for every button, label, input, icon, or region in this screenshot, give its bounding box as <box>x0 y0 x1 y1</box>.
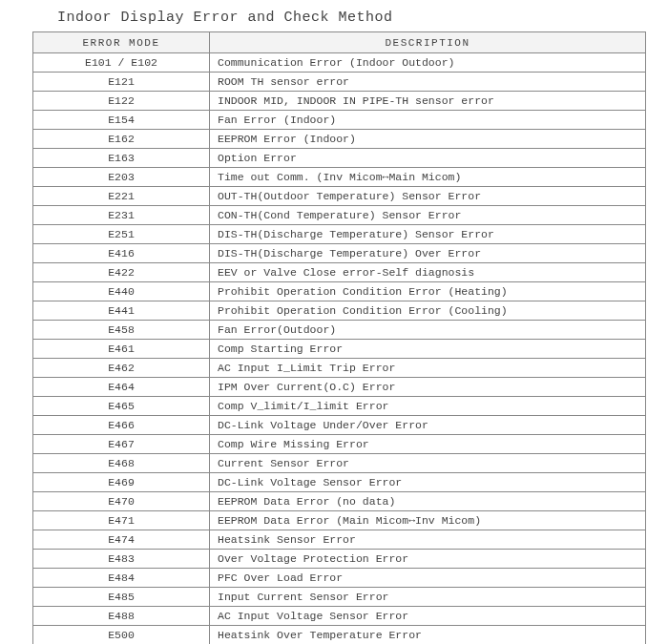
table-row: E500Heatsink Over Temperature Error <box>33 626 646 645</box>
error-code: E466 <box>33 416 210 435</box>
error-description: Option Error <box>210 149 646 168</box>
error-code: E441 <box>33 301 210 321</box>
error-description: Fan Error(Outdoor) <box>210 321 646 340</box>
error-description: DIS-TH(Discharge Temperature) Sensor Err… <box>210 225 646 244</box>
error-code: E231 <box>33 206 210 225</box>
table-row: E101 / E102Communication Error (Indoor O… <box>33 53 646 73</box>
error-code: E162 <box>33 130 210 149</box>
table-row: E162EEPROM Error (Indoor) <box>33 130 646 149</box>
table-row: E467Comp Wire Missing Error <box>33 435 646 454</box>
table-row: E122INDOOR MID, INDOOR IN PIPE-TH sensor… <box>33 92 646 111</box>
table-row: E422EEV or Valve Close error-Self diagno… <box>33 263 646 282</box>
table-row: E474Heatsink Sensor Error <box>33 530 646 550</box>
error-description: Heatsink Over Temperature Error <box>210 626 646 645</box>
table-row: E441Prohibit Operation Condition Error (… <box>33 301 646 321</box>
error-description: DIS-TH(Discharge Temperature) Over Error <box>210 244 646 263</box>
table-row: E203Time out Comm. (Inv Micom↔Main Micom… <box>33 168 646 187</box>
error-description: EEPROM Data Error (no data) <box>210 492 646 511</box>
error-code: E122 <box>33 92 210 111</box>
table-row: E464IPM Over Current(O.C) Error <box>33 378 646 397</box>
error-code: E471 <box>33 511 210 530</box>
error-description: PFC Over Load Error <box>210 569 646 588</box>
error-description: Comp V_limit/I_limit Error <box>210 397 646 416</box>
error-description: Current Sensor Error <box>210 454 646 473</box>
error-description: Fan Error (Indoor) <box>210 111 646 130</box>
error-code: E485 <box>33 588 210 607</box>
error-code: E469 <box>33 473 210 492</box>
table-row: E484PFC Over Load Error <box>33 569 646 588</box>
table-row: E416DIS-TH(Discharge Temperature) Over E… <box>33 244 646 263</box>
error-description: EEPROM Error (Indoor) <box>210 130 646 149</box>
error-code: E467 <box>33 435 210 454</box>
error-code: E221 <box>33 187 210 206</box>
error-code: E163 <box>33 149 210 168</box>
error-description: DC-Link Voltage Sensor Error <box>210 473 646 492</box>
table-header-row: ERROR MODE DESCRIPTION <box>33 32 646 53</box>
header-description: DESCRIPTION <box>210 32 646 53</box>
error-description: Communication Error (Indoor Outdoor) <box>210 53 646 73</box>
error-code: E464 <box>33 378 210 397</box>
error-code: E484 <box>33 569 210 588</box>
error-description: Comp Starting Error <box>210 340 646 359</box>
error-description: Comp Wire Missing Error <box>210 435 646 454</box>
table-row: E488AC Input Voltage Sensor Error <box>33 607 646 626</box>
error-table: ERROR MODE DESCRIPTION E101 / E102Commun… <box>32 31 646 644</box>
error-description: AC Input Voltage Sensor Error <box>210 607 646 626</box>
error-code: E483 <box>33 550 210 569</box>
table-row: E470EEPROM Data Error (no data) <box>33 492 646 511</box>
error-description: DC-Link Voltage Under/Over Error <box>210 416 646 435</box>
error-description: Time out Comm. (Inv Micom↔Main Micom) <box>210 168 646 187</box>
error-description: Prohibit Operation Condition Error (Heat… <box>210 282 646 301</box>
error-code: E474 <box>33 530 210 550</box>
error-description: OUT-TH(Outdoor Temperature) Sensor Error <box>210 187 646 206</box>
error-code: E500 <box>33 626 210 645</box>
error-description: IPM Over Current(O.C) Error <box>210 378 646 397</box>
table-row: E440Prohibit Operation Condition Error (… <box>33 282 646 301</box>
error-description: Prohibit Operation Condition Error (Cool… <box>210 301 646 321</box>
error-code: E465 <box>33 397 210 416</box>
table-row: E163Option Error <box>33 149 646 168</box>
error-code: E461 <box>33 340 210 359</box>
table-row: E471EEPROM Data Error (Main Micom↔Inv Mi… <box>33 511 646 530</box>
error-code: E121 <box>33 73 210 92</box>
error-code: E458 <box>33 321 210 340</box>
table-row: E465Comp V_limit/I_limit Error <box>33 397 646 416</box>
error-description: CON-TH(Cond Temperature) Sensor Error <box>210 206 646 225</box>
table-row: E468Current Sensor Error <box>33 454 646 473</box>
error-description: ROOM TH sensor error <box>210 73 646 92</box>
error-code: E203 <box>33 168 210 187</box>
table-row: E458 Fan Error(Outdoor) <box>33 321 646 340</box>
table-row: E154Fan Error (Indoor) <box>33 111 646 130</box>
error-description: EEV or Valve Close error-Self diagnosis <box>210 263 646 282</box>
error-description: Heatsink Sensor Error <box>210 530 646 550</box>
error-code: E462 <box>33 359 210 378</box>
table-row: E231CON-TH(Cond Temperature) Sensor Erro… <box>33 206 646 225</box>
table-row: E462AC Input I_Limit Trip Error <box>33 359 646 378</box>
table-row: E461Comp Starting Error <box>33 340 646 359</box>
table-row: E221OUT-TH(Outdoor Temperature) Sensor E… <box>33 187 646 206</box>
error-description: Over Voltage Protection Error <box>210 550 646 569</box>
error-code: E251 <box>33 225 210 244</box>
error-code: E101 / E102 <box>33 53 210 73</box>
error-description: EEPROM Data Error (Main Micom↔Inv Micom) <box>210 511 646 530</box>
page-title: Indoor Display Error and Check Method <box>57 10 649 26</box>
error-code: E440 <box>33 282 210 301</box>
error-code: E422 <box>33 263 210 282</box>
error-code: E468 <box>33 454 210 473</box>
table-row: E469DC-Link Voltage Sensor Error <box>33 473 646 492</box>
table-row: E466DC-Link Voltage Under/Over Error <box>33 416 646 435</box>
error-description: AC Input I_Limit Trip Error <box>210 359 646 378</box>
table-row: E483Over Voltage Protection Error <box>33 550 646 569</box>
header-error-mode: ERROR MODE <box>33 32 210 53</box>
table-row: E485Input Current Sensor Error <box>33 588 646 607</box>
error-code: E154 <box>33 111 210 130</box>
error-code: E488 <box>33 607 210 626</box>
error-description: Input Current Sensor Error <box>210 588 646 607</box>
error-code: E416 <box>33 244 210 263</box>
table-row: E121ROOM TH sensor error <box>33 73 646 92</box>
error-description: INDOOR MID, INDOOR IN PIPE-TH sensor err… <box>210 92 646 111</box>
error-code: E470 <box>33 492 210 511</box>
table-row: E251DIS-TH(Discharge Temperature) Sensor… <box>33 225 646 244</box>
